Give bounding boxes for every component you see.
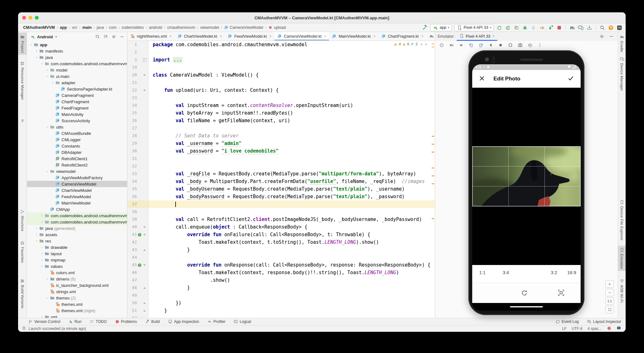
tree-item-colors-xml[interactable]: <>colors.xml xyxy=(27,269,127,276)
tree-item-xml[interactable]: xml xyxy=(27,314,127,318)
stripe-mark[interactable] xyxy=(432,144,434,145)
sdk-manager-icon[interactable] xyxy=(586,24,592,31)
tree-item-manifests[interactable]: manifests xyxy=(27,48,127,54)
close-window-button[interactable] xyxy=(22,16,26,20)
toolwindow-version-control[interactable]: Version Control xyxy=(28,319,60,324)
close-tab-icon[interactable]: × xyxy=(373,34,376,39)
toolwindow-logcat[interactable]: Logcat xyxy=(234,319,251,324)
close-tab-icon[interactable]: × xyxy=(324,34,326,39)
rerun-icon[interactable] xyxy=(496,24,502,31)
restart-list-icon[interactable] xyxy=(513,24,519,31)
error-stripe[interactable] xyxy=(431,41,435,318)
code-line-43[interactable]: 43 } xyxy=(127,246,435,254)
code-line-47[interactable]: 47 .show() xyxy=(127,276,435,284)
debug-icon[interactable] xyxy=(522,24,528,31)
tree-item-sectionspageradapter-kt[interactable]: SectionsPagerAdapter.kt xyxy=(27,86,127,92)
fold-expand-icon[interactable]: + xyxy=(143,58,146,62)
code-line-1[interactable]: 1package com.codemobiles.android.cmauthe… xyxy=(127,41,435,48)
tree-item-dimens[interactable]: dimens (5) xyxy=(27,276,127,282)
volume-up-icon[interactable] xyxy=(448,42,454,48)
tool-strip-item-build-variants[interactable]: Build Variants xyxy=(18,277,27,310)
confirm-check-icon[interactable] xyxy=(567,75,574,83)
editor-tab-feedviewmodel-kt[interactable]: FeedViewModel.kt× xyxy=(225,32,274,41)
error-badge-icon[interactable] xyxy=(607,326,611,331)
attach-debugger-icon[interactable] xyxy=(547,24,554,31)
code-line-30[interactable]: 30 val _password = "i love codemobiles" xyxy=(127,147,435,155)
sync-gradle-icon[interactable] xyxy=(569,24,575,31)
stripe-mark[interactable] xyxy=(432,167,434,168)
aspect-ratio-3-2[interactable]: 3:2 xyxy=(551,270,557,275)
rotate-icon[interactable] xyxy=(520,289,528,298)
back-icon[interactable] xyxy=(487,42,494,48)
code-line-37[interactable]: 37 xyxy=(127,200,435,208)
tree-item-chartfragment[interactable]: ChartFragment xyxy=(27,98,127,105)
tree-item-drawable[interactable]: drawable xyxy=(27,244,127,250)
tool-strip-item-structure[interactable]: Structure xyxy=(18,207,27,233)
rotate-left-icon[interactable] xyxy=(468,42,474,48)
gear-icon[interactable] xyxy=(599,33,605,40)
overview-icon[interactable] xyxy=(507,42,513,48)
breadcrumb-item[interactable]: CMAuthenMVVM xyxy=(23,25,55,30)
code-line-49[interactable]: 49 xyxy=(127,292,435,299)
stripe-mark[interactable] xyxy=(432,218,434,219)
tree-item-themes-xml[interactable]: <>themes.xml xyxy=(27,301,127,307)
breadcrumb-item[interactable]: java xyxy=(96,25,105,30)
tree-item-ic-launcher-background-xml[interactable]: <>ic_launcher_background.xml xyxy=(27,282,127,288)
code-line-50[interactable]: 50 }) xyxy=(127,299,435,307)
tree-item-retrofitclient1[interactable]: RetrofitClient1 xyxy=(27,155,127,162)
close-tab-icon[interactable]: × xyxy=(220,34,222,39)
code-line-40[interactable]: 40 call.enqueue(object : Callback<Respon… xyxy=(127,223,435,231)
aspect-ratio-1-1[interactable]: 1:1 xyxy=(479,270,486,275)
rotate-right-icon[interactable] xyxy=(478,42,484,48)
code-editor[interactable]: 46✔2∧ ∨ 1package com.codemobiles.android… xyxy=(127,41,435,318)
breadcrumb-item[interactable]: main xyxy=(82,25,92,30)
tree-item-chartviewmodel[interactable]: ChartViewModel xyxy=(27,187,127,193)
tree-item-ui-main[interactable]: ui.main xyxy=(27,73,127,79)
code-line-22[interactable]: 22 fun upload(uri: Uri, context: Context… xyxy=(127,86,435,94)
code-line-35[interactable]: 35 val _bodyUsername = RequestBody.creat… xyxy=(127,185,435,193)
tool-strip-item-gradle[interactable]: Gradle xyxy=(618,33,626,54)
tree-item-mainviewmodel[interactable]: MainViewModel xyxy=(27,200,127,206)
code-line-41[interactable]: 41↑ override fun onFailure(call: Call<Re… xyxy=(127,231,435,238)
toolwindow-profiler[interactable]: Profiler xyxy=(207,319,225,324)
line-ending-indicator[interactable]: LF xyxy=(562,326,567,331)
code-line-39[interactable]: 39 val call = RetrofitClient2.client.pos… xyxy=(127,216,435,223)
collapse-all-icon[interactable] xyxy=(102,34,109,40)
stripe-mark[interactable] xyxy=(432,175,434,176)
tool-strip-item-device-manager[interactable]: Device Manager xyxy=(618,55,626,93)
code-line-29[interactable]: 29 val _username = "admin" xyxy=(127,140,435,147)
override-marker-icon[interactable]: ↑ xyxy=(138,233,141,236)
target-device-select[interactable]: Pixel 4 API 33▾ xyxy=(454,24,494,31)
aspect-ratio-3-4[interactable]: 3:4 xyxy=(503,270,509,275)
tool-strip-item-resource-manager[interactable]: Resource Manager xyxy=(18,59,27,102)
stripe-mark[interactable] xyxy=(432,47,434,47)
editor-tab-chartfragment-kt[interactable]: ChartFragment.kt× xyxy=(378,32,426,41)
power-icon[interactable] xyxy=(438,42,445,48)
breadcrumb-item[interactable]: app xyxy=(59,25,68,30)
volume-down-icon[interactable] xyxy=(458,42,464,48)
editor-tab-cameraviewmodel-kt[interactable]: CameraViewModel.kt× xyxy=(274,32,329,41)
breadcrumb-item[interactable]: CameraViewModel xyxy=(223,25,264,30)
toolwindow-build[interactable]: Build xyxy=(145,319,160,324)
code-line-44[interactable]: 44 xyxy=(127,254,435,261)
tree-item-camerafragment[interactable]: CameraFragment xyxy=(27,92,127,98)
minus-icon[interactable] xyxy=(119,34,125,40)
project-view-select[interactable]: Android xyxy=(37,35,53,39)
code-line-36[interactable]: 36 val _bodyPassword = RequestBody.creat… xyxy=(127,193,435,200)
tool-strip-item-adb-wi-fi[interactable]: ADB Wi-Fi xyxy=(618,277,626,305)
tree-item-constants[interactable]: Constants xyxy=(27,143,127,149)
code-line-46[interactable]: 46 Toast.makeText(context, response.body… xyxy=(127,269,435,276)
breadcrumb-item[interactable]: src xyxy=(71,25,78,30)
zoom-in-button[interactable]: + xyxy=(605,280,614,288)
tool-strip-item-favorites[interactable]: Favorites xyxy=(18,239,27,265)
code-line-2[interactable]: 2 xyxy=(127,48,435,56)
gear-icon[interactable] xyxy=(111,34,117,40)
tree-item-java[interactable]: java xyxy=(27,54,127,60)
tree-item-themes-xml[interactable]: <>themes.xml (night) xyxy=(27,307,127,314)
tree-item-cmassetbundle[interactable]: CMAssetBundle xyxy=(27,130,127,136)
tree-item-retrofitclient2[interactable]: RetrofitClient2 xyxy=(27,162,127,168)
code-line-21[interactable]: 21 xyxy=(127,79,435,86)
code-line-31[interactable]: 31 xyxy=(127,155,435,162)
code-line-45[interactable]: 45↑ override fun onResponse(call: Call<R… xyxy=(127,261,435,269)
build-hammer-icon[interactable] xyxy=(422,25,428,31)
